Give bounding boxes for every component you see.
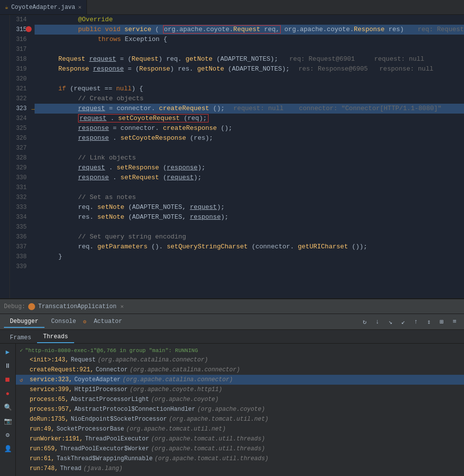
settings-sidebar-btn[interactable]: ⚙ [1,429,14,441]
code-line-332: // Set as notes [35,193,464,202]
frame-item-9[interactable]: run:659, ThreadPoolExecutor$Worker (org.… [16,444,464,454]
code-line-330: response . setRequest (request); [35,173,464,183]
code-line-336: // Set query string encoding [35,232,464,242]
frame-method: process:957, [30,406,72,413]
step-out-button[interactable]: ↙ [398,317,409,327]
frame-item-6[interactable]: doRun:1735, NioEndpoint$SocketProcessor … [16,414,464,424]
frame-item-1[interactable]: createRequest:921, Connector (org.apache… [16,365,464,375]
line-336: 336 [10,232,31,242]
code-line-318: Request request = (Request) req. getNote… [35,54,464,64]
step-over-button[interactable]: ↓ [372,317,383,327]
line-318: 318 [10,54,31,64]
line-numbers: 314 315 316 317 318 319 320 321 322 323 … [10,15,35,298]
frame-class: CoyoteAdapter [74,376,121,383]
line-334: 334 [10,212,31,222]
frame-item-8[interactable]: runWorker:1191, ThreadPoolExecutor (org.… [16,434,464,444]
frame-method: runWorker:1191, [30,436,83,442]
tab-close-button[interactable]: ✕ [78,4,82,10]
user-sidebar-btn[interactable]: 👤 [1,442,14,455]
line-319: 319 [10,64,31,74]
debug-label: Debug: [4,303,25,310]
frame-class: AbstractProcessorLight [71,396,149,403]
debug-app-icon [28,303,35,310]
code-line-321: if (request == null) { [35,84,464,94]
frame-pkg: (org.apache.catalina.connector) [129,366,240,373]
code-line-334: res. setNote (ADAPTER_NOTES, response); [35,212,464,222]
pause-sidebar-btn[interactable]: ⏸ [1,359,14,372]
thread-header[interactable]: ✓ "http-nio-8080-exec-1"@6,766 in group … [16,346,464,355]
debugger-tab[interactable]: Debugger [4,316,44,328]
code-line-331 [35,183,464,193]
stop-sidebar-btn[interactable]: ⏹ [1,373,14,386]
frame-item-3[interactable]: service:399, Http11Processor (org.apache… [16,385,464,395]
evaluate-button[interactable]: ⇕ [423,317,434,327]
frame-pkg: (org.apache.coyote) [197,406,265,413]
frame-pkg: (org.apache.tomcat.util.threads) [151,436,265,442]
frame-class: TaskThread$WrappingRunnable [56,455,152,462]
run-to-cursor-button[interactable]: ↑ [411,317,422,327]
line-326: 326 [10,133,31,143]
code-line-333: req. setNote (ADAPTER_NOTES, request); [35,202,464,212]
frame-pkg: (org.apache.tomcat.util.threads) [155,455,268,462]
line-329: 329 [10,163,31,173]
line-320: 320 [10,74,31,84]
frame-pkg: (org.apache.catalina.connector) [98,357,208,363]
line-314: 314 [10,15,31,25]
code-line-327 [35,143,464,153]
line-315: 315 [10,25,31,35]
line-324: 324 [10,114,31,123]
frame-item-2[interactable]: ↺ service:323, CoyoteAdapter (org.apache… [16,375,464,385]
frames-sub-tab[interactable]: Frames [4,333,37,343]
search-sidebar-btn[interactable]: 🔍 [1,401,14,414]
frame-method: process:65, [30,396,69,403]
frame-item-7[interactable]: run:49, SocketProcessorBase (org.apache.… [16,424,464,434]
debug-session-close[interactable]: ✕ [121,303,124,310]
debug-panel: Debug: TranscationApplication ✕ Debugger… [0,298,464,476]
frame-class: ThreadPoolExecutor$Worker [60,445,149,452]
code-line-319: Response response = (Response) res. getN… [35,64,464,74]
line-339: 339 [10,262,31,272]
resume-button[interactable]: ↻ [359,317,370,327]
frame-method: doRun:1735, [30,416,69,423]
breakpoint-sidebar-btn[interactable]: ● [1,387,14,400]
frame-item-10[interactable]: run:61, TaskThread$WrappingRunnable (org… [16,454,464,464]
frame-item-0[interactable]: <init>:143, Request (org.apache.catalina… [16,355,464,365]
line-323: 323 → [10,104,31,114]
frame-class: AbstractProtocol$ConnectionHandler [74,406,195,413]
line-322: 322 [10,94,31,104]
settings-button[interactable]: ≡ [449,317,460,327]
code-line-337: req. getParameters (). setQueryStringCha… [35,242,464,252]
code-line-317 [35,44,464,54]
frame-class: Connector [96,366,128,373]
frame-item-5[interactable]: process:957, AbstractProtocol$Connection… [16,404,464,414]
console-tab[interactable]: Console [45,316,82,328]
step-into-button[interactable]: ↘ [385,317,396,327]
frame-method: run:61, [30,455,54,462]
frame-class: Request [71,357,95,363]
resume-sidebar-btn[interactable]: ▶ [1,346,14,358]
frame-method: <init>:143, [30,357,69,363]
code-line-326: response . setCoyoteResponse (res); [35,133,464,143]
code-line-329: request . setResponse (response); [35,163,464,173]
frame-class: Http11Processor [74,386,127,393]
frame-method: run:659, [30,445,58,452]
frame-item-11[interactable]: run:748, Thread (java.lang) [16,464,464,474]
debug-app-name: TranscationApplication [38,303,116,310]
debug-toolbar-icons: ↻ ↓ ↘ ↙ ↑ ⇕ ⊞ ≡ [359,317,460,327]
code-line-338: } [35,252,464,262]
code-lines: @Override public void service ( org.apac… [35,15,464,298]
code-line-314: @Override [35,15,464,25]
code-line-335 [35,222,464,232]
actuator-tab[interactable]: Actuator [88,316,128,328]
code-line-325: response = connector. createResponse (); [35,123,464,133]
watch-button[interactable]: ⊞ [436,317,447,327]
debug-left-sidebar: ▶ ⏸ ⏹ ● 🔍 📷 ⚙ 👤 [0,344,16,476]
frame-pkg: (org.apache.coyote) [151,396,219,403]
frame-item-4[interactable]: process:65, AbstractProcessorLight (org.… [16,395,464,404]
breakpoint-dot [26,26,32,32]
frame-pkg: (java.lang) [84,465,123,472]
threads-sub-tab[interactable]: Threads [37,332,74,343]
line-325: 325 [10,123,31,133]
file-tab[interactable]: ☕ CoyoteAdapter.java ✕ [0,0,87,14]
camera-sidebar-btn[interactable]: 📷 [1,415,14,428]
